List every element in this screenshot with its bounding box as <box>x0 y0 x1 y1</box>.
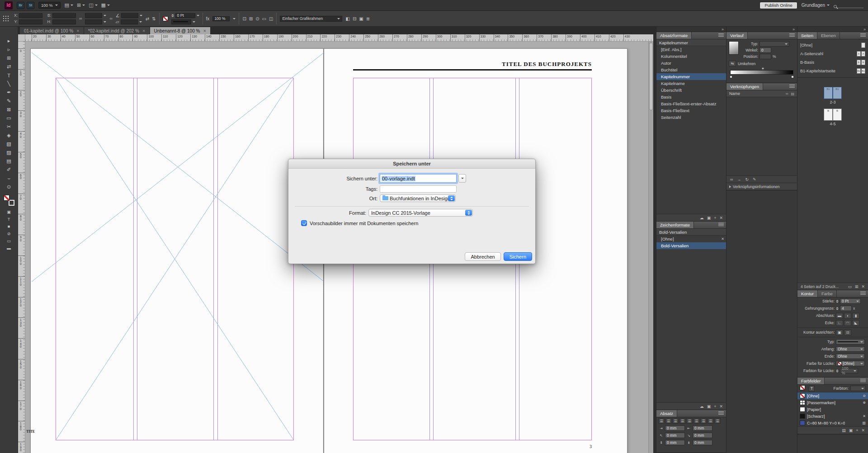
tags-input[interactable] <box>380 185 457 193</box>
wrap-bounding-box-icon[interactable]: ◫ <box>269 16 273 21</box>
document-tab[interactable]: *02-kapitel.indd @ 202 % ✕ <box>84 27 150 34</box>
gradient-angle-field[interactable]: 0 <box>760 47 771 53</box>
paragraph-style-item[interactable]: Basis-Fließtext-erster-Absatz <box>656 100 726 107</box>
new-style-group-icon[interactable]: ▣ <box>707 216 711 220</box>
corner-options-icon[interactable]: ◧ <box>345 16 349 21</box>
panel-menu-icon[interactable] <box>718 411 724 415</box>
direct-selection-tool[interactable]: ▹ <box>3 45 15 54</box>
line-tool[interactable]: ╲ <box>3 80 15 88</box>
formatting-affects-container-icon[interactable]: ▣ <box>3 208 15 216</box>
delete-style-icon[interactable]: ✕ <box>719 216 723 220</box>
tab-absatz[interactable]: Absatz <box>656 410 677 417</box>
gradient-ramp[interactable] <box>730 70 793 75</box>
filename-input[interactable]: 00-vorlage.indt <box>380 174 457 183</box>
page-tool[interactable]: ⊞ <box>3 54 15 62</box>
new-style-icon[interactable]: + <box>714 216 716 220</box>
delete-swatch-icon[interactable]: ✕ <box>861 428 865 433</box>
horizontal-ruler[interactable]: 2030405060708090100110120130140150160170… <box>25 34 653 42</box>
apply-none-icon[interactable]: ⊘ <box>3 230 15 237</box>
frame-fitting-icon[interactable]: ⊟ <box>353 16 356 21</box>
document-tab[interactable]: 01-kapitel.indd @ 100 % ✕ <box>20 27 84 34</box>
tab-kontur[interactable]: Kontur <box>797 290 818 297</box>
screen-mode-icon[interactable]: ◫ <box>89 2 97 8</box>
gradient-stop-end[interactable] <box>791 76 794 78</box>
x-position-field[interactable] <box>19 13 42 18</box>
align-center-icon[interactable]: ☰ <box>665 418 672 424</box>
dock-collapse[interactable]: » <box>726 27 797 32</box>
indent-field[interactable]: 0 mm <box>665 425 685 431</box>
scrollbar-thumb[interactable] <box>649 42 653 110</box>
cancel-button[interactable]: Abbrechen <box>465 252 500 261</box>
paragraph-style-item[interactable]: Basis-Fließtext <box>656 107 726 114</box>
fill-stroke-proxy[interactable] <box>3 194 15 206</box>
gap-tint-field[interactable]: 100 % <box>840 368 858 373</box>
relink-icon[interactable]: ∞ <box>730 177 733 182</box>
rectangle-tool[interactable]: ▭ <box>3 114 15 123</box>
dock-collapse[interactable]: » <box>656 27 726 32</box>
workspace-select[interactable]: Grundlagen <box>802 3 830 8</box>
paragraph-style-item[interactable]: Überschrift <box>656 87 726 94</box>
search-field[interactable] <box>834 3 863 8</box>
center-content-icon[interactable]: ⊙ <box>255 16 259 21</box>
vertical-scrollbar[interactable] <box>648 42 653 453</box>
constrain-scale-icon[interactable]: ∞ <box>109 16 112 21</box>
scale-x-field[interactable] <box>85 13 102 18</box>
note-tool[interactable]: ▤ <box>3 157 15 165</box>
master-page-item[interactable]: A-Seitenzahl AA <box>797 49 868 58</box>
stroke-weight-stepper[interactable] <box>171 14 174 17</box>
stroke-weight-stepper[interactable] <box>836 300 839 303</box>
swatch-item[interactable]: [Passermarken] ⊕ <box>797 399 868 406</box>
align-stroke-center-icon[interactable]: ▣ <box>836 330 843 335</box>
panel-menu-icon[interactable] <box>789 33 795 38</box>
new-swatch-icon[interactable]: + <box>856 428 858 433</box>
edit-original-icon[interactable]: ✎ <box>753 177 756 182</box>
cc-libraries-icon[interactable]: ☁ <box>700 216 704 220</box>
paragraph-style-item[interactable]: [Einf. Abs.] <box>656 46 726 53</box>
new-color-group-icon[interactable]: ▣ <box>849 428 853 433</box>
links-list[interactable] <box>726 97 797 175</box>
publish-online-button[interactable]: Publish Online <box>760 2 797 9</box>
save-button[interactable]: Sichern <box>504 252 532 261</box>
rectangle-frame-tool[interactable]: ⊠ <box>3 105 15 114</box>
update-link-icon[interactable]: ↻ <box>745 177 749 182</box>
align-away-from-spine-icon[interactable]: ☰ <box>714 418 721 424</box>
gradient-type-select[interactable] <box>760 41 789 47</box>
spread-item[interactable]: B1B1 2-3 <box>824 87 842 104</box>
close-tab-icon[interactable]: ✕ <box>203 29 206 33</box>
gap-tint-stepper[interactable] <box>836 369 839 373</box>
links-name-column[interactable]: Name <box>729 91 740 96</box>
fit-content-icon[interactable]: ⊡ <box>242 16 246 21</box>
delete-page-icon[interactable]: ✕ <box>861 284 865 289</box>
align-right-icon[interactable]: ☰ <box>672 418 679 424</box>
paragraph-style-item[interactable]: Autor <box>656 60 726 66</box>
gradient-stop-start[interactable] <box>730 76 732 78</box>
flip-horizontal-icon[interactable]: ⇄ <box>146 16 149 21</box>
justify-left-icon[interactable]: ☰ <box>679 418 686 424</box>
apply-color-icon[interactable]: ■ <box>3 223 15 230</box>
stroke-type-select[interactable] <box>836 339 865 344</box>
tab-seiten[interactable]: Seiten <box>797 32 817 39</box>
wrap-none-icon[interactable]: ▭ <box>262 16 266 21</box>
panel-menu-icon[interactable] <box>860 379 866 383</box>
tab-zeichenformate[interactable]: Zeichenformate <box>656 222 694 228</box>
scissors-tool[interactable]: ✂ <box>3 123 15 131</box>
selection-tool[interactable]: ▸ <box>3 37 15 45</box>
new-page-icon[interactable]: ⊞ <box>855 284 859 289</box>
object-style-select[interactable]: Einfacher Grafikrahmen <box>280 16 342 22</box>
location-select[interactable]: Buchfunktionen in InDesign <box>380 194 456 202</box>
indent-field[interactable]: 0 mm <box>693 440 712 445</box>
paragraph-style-item[interactable]: Kapitelnummer <box>656 73 726 80</box>
tab-ebenen[interactable]: Ebenen <box>817 32 840 39</box>
ruler-corner[interactable] <box>18 34 25 42</box>
indent-field[interactable]: 0 mm <box>665 440 685 445</box>
fit-frame-to-content-icon[interactable]: ⊞ <box>249 16 253 21</box>
close-tab-icon[interactable]: ✕ <box>142 29 146 33</box>
spread-item[interactable]: BB 4-5 <box>824 109 842 126</box>
text-color-mode-icon[interactable]: T <box>809 386 815 392</box>
indent-field[interactable]: 0 mm <box>693 433 712 438</box>
panel-menu-icon[interactable] <box>860 33 866 38</box>
align-stroke-inside-icon[interactable]: ⊡ <box>844 330 851 335</box>
gradient-swatch[interactable] <box>729 41 739 55</box>
paragraph-style-item[interactable]: Basis <box>656 94 726 100</box>
vertical-ruler[interactable]: 0102030405060708090100110120130140150160… <box>18 42 25 453</box>
